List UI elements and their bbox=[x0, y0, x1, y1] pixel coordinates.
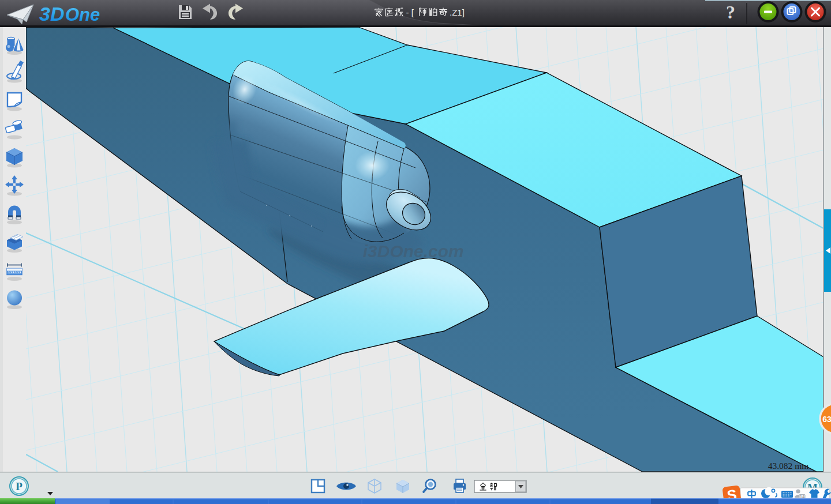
svg-text:3D: 3D bbox=[39, 3, 64, 25]
svg-text:- [: - [ bbox=[406, 7, 414, 17]
svg-text:63: 63 bbox=[822, 415, 831, 424]
svg-text:.Z1]: .Z1] bbox=[450, 7, 465, 17]
svg-text:?: ? bbox=[726, 2, 735, 22]
svg-text:P: P bbox=[16, 480, 23, 492]
svg-text:One: One bbox=[65, 5, 100, 25]
svg-text:43.082 mm: 43.082 mm bbox=[768, 461, 809, 471]
svg-text:i3DOne.com: i3DOne.com bbox=[362, 242, 463, 261]
